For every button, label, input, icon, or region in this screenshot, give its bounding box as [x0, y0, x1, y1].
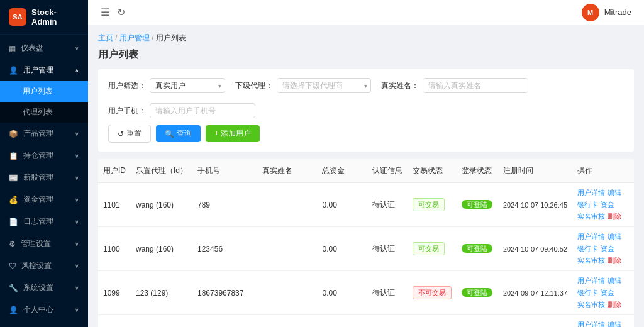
- news-icon: 📰: [9, 174, 18, 182]
- cell-real-name: [257, 271, 317, 315]
- action-资金[interactable]: 资金: [601, 244, 614, 253]
- reset-icon: ↺: [118, 130, 124, 138]
- cell-login-status: 可登陆: [457, 315, 498, 328]
- table-header: 用户ID 乐置代理（Id） 手机号 真实姓名 总资金 认证信息 交易状态 登录状…: [98, 159, 634, 183]
- action-编辑[interactable]: 编辑: [608, 188, 621, 197]
- col-reg-time: 注册时间: [498, 159, 572, 183]
- sidebar-item-news-mgmt[interactable]: 📰 新股管理 ∨: [0, 167, 88, 189]
- sidebar-item-dashboard[interactable]: ▦ 仪表盘 ∨: [0, 37, 88, 59]
- action-实名审核[interactable]: 实名审核: [577, 212, 605, 221]
- sidebar-item-log-mgmt[interactable]: 📄 日志管理 ∨: [0, 211, 88, 233]
- admin-settings-icon: ⚙: [9, 240, 16, 248]
- action-银行卡[interactable]: 银行卡: [577, 288, 598, 297]
- action-资金[interactable]: 资金: [601, 288, 614, 297]
- main-content: ☰ ↻ M Mitrade 主页 / 用户管理 / 用户列表 用户列表 用户筛选…: [88, 0, 644, 327]
- cell-agent: 123 (129): [131, 271, 192, 315]
- cell-auth-info: 待认证: [367, 271, 408, 315]
- log-icon: 📄: [9, 218, 18, 226]
- cell-real-name: [257, 227, 317, 271]
- username-label: Mitrade: [604, 8, 631, 17]
- action-用户详情[interactable]: 用户详情: [577, 320, 605, 327]
- cell-reg-time: 2024-09-07 07:00:41: [498, 315, 572, 328]
- sidebar-item-label: 产品管理: [23, 128, 53, 139]
- cell-auth-info: 待认证: [367, 227, 408, 271]
- menu-icon[interactable]: ☰: [101, 6, 109, 18]
- action-用户详情[interactable]: 用户详情: [577, 188, 605, 197]
- table-row: 1100wang (160)1234560.00待认证可交易可登陆2024-10…: [98, 227, 634, 271]
- sidebar-item-personal[interactable]: 👤 个人中心 ∨: [0, 299, 88, 321]
- sidebar-item-label: 系统设置: [23, 282, 53, 293]
- cell-user-id: 1100: [98, 227, 131, 271]
- agent-filter-label: 下级代理：: [235, 80, 273, 91]
- action-实名审核[interactable]: 实名审核: [577, 300, 605, 309]
- cell-real-name: [257, 183, 317, 227]
- action-资金[interactable]: 资金: [601, 200, 614, 209]
- action-用户详情[interactable]: 用户详情: [577, 232, 605, 241]
- sidebar-item-fund-mgmt[interactable]: 💰 资金管理 ∨: [0, 189, 88, 211]
- breadcrumb-home[interactable]: 主页: [98, 33, 113, 42]
- sidebar-sub-item-agent-list[interactable]: 代理列表: [0, 102, 88, 123]
- action-删除[interactable]: 删除: [608, 256, 621, 265]
- cell-user-id: 1098: [98, 315, 131, 328]
- sidebar-item-label: 仪表盘: [21, 43, 43, 53]
- cell-trade-status: 不可交易: [408, 271, 457, 315]
- breadcrumb-user-mgmt[interactable]: 用户管理: [119, 33, 150, 42]
- action-编辑[interactable]: 编辑: [608, 320, 621, 327]
- user-table: 用户ID 乐置代理（Id） 手机号 真实姓名 总资金 认证信息 交易状态 登录状…: [98, 159, 634, 327]
- real-name-input[interactable]: [423, 78, 528, 93]
- page-title: 用户列表: [98, 48, 634, 62]
- sidebar-sub-item-user-list[interactable]: 用户列表: [0, 81, 88, 102]
- sidebar-item-label: 资金管理: [23, 194, 53, 205]
- sidebar-item-sys-settings[interactable]: 🔧 系统设置 ∨: [0, 277, 88, 299]
- user-filter-select[interactable]: 真实用户: [150, 78, 225, 93]
- user-filter-select-wrapper: 真实用户: [150, 78, 225, 93]
- cell-trade-status: 可交易: [408, 183, 457, 227]
- chevron-icon: ∨: [75, 45, 79, 52]
- col-actions: 操作: [572, 159, 634, 183]
- sidebar-item-user-mgmt[interactable]: 👤 用户管理 ∧: [0, 59, 88, 81]
- phone-filter-item: 用户手机：: [108, 103, 255, 118]
- action-编辑[interactable]: 编辑: [608, 276, 621, 285]
- action-银行卡[interactable]: 银行卡: [577, 244, 598, 253]
- action-用户详情[interactable]: 用户详情: [577, 276, 605, 285]
- action-实名审核[interactable]: 实名审核: [577, 256, 605, 265]
- cell-agent: wang (160): [131, 227, 192, 271]
- cell-actions: 用户详情编辑银行卡资金实名审核删除: [572, 227, 634, 271]
- sidebar-item-product-mgmt[interactable]: 📦 产品管理 ∨: [0, 123, 88, 145]
- sidebar-item-label: 持仓管理: [23, 150, 53, 161]
- action-银行卡[interactable]: 银行卡: [577, 200, 598, 209]
- refresh-icon[interactable]: ↻: [117, 6, 125, 18]
- sidebar-item-admin-settings[interactable]: ⚙ 管理设置 ∨: [0, 233, 88, 255]
- personal-icon: 👤: [9, 306, 18, 314]
- cell-real-name: 123: [257, 315, 317, 328]
- btn-row: ↺ 重置 🔍 查询 + 添加用户: [108, 125, 624, 143]
- real-name-label: 真实姓名：: [381, 80, 419, 91]
- cell-trade-status: 不可交易: [408, 315, 457, 328]
- col-phone: 手机号: [192, 159, 257, 183]
- search-button[interactable]: 🔍 查询: [156, 125, 201, 142]
- table-body: 1101wang (160)7890.00待认证可交易可登陆2024-10-07…: [98, 183, 634, 328]
- action-编辑[interactable]: 编辑: [608, 232, 621, 241]
- cell-phone: 18673967837: [192, 271, 257, 315]
- breadcrumb-user-list: 用户列表: [156, 33, 186, 42]
- add-user-button[interactable]: + 添加用户: [206, 125, 260, 142]
- reset-button[interactable]: ↺ 重置: [108, 125, 151, 143]
- cell-phone: 789: [192, 183, 257, 227]
- sidebar-item-label: 管理设置: [21, 238, 51, 249]
- phone-input[interactable]: [150, 103, 255, 118]
- action-删除[interactable]: 删除: [608, 212, 621, 221]
- filter-row: 用户筛选： 真实用户 下级代理： 请选择下级代理商: [108, 78, 624, 118]
- cell-total-funds: 0.00: [317, 227, 367, 271]
- sidebar-item-label: 新股管理: [23, 172, 53, 183]
- agent-filter-select[interactable]: 请选择下级代理商: [277, 78, 371, 93]
- cell-actions: 用户详情编辑银行卡资金实名审核删除: [572, 183, 634, 227]
- cell-actions: 用户详情编辑银行卡资金实名审核删除: [572, 315, 634, 328]
- sidebar-item-risk-settings[interactable]: 🛡 风控设置 ∨: [0, 255, 88, 277]
- fund-icon: 💰: [9, 196, 18, 204]
- cell-login-status: 可登陆: [457, 227, 498, 271]
- action-删除[interactable]: 删除: [608, 300, 621, 309]
- cell-total-funds: 0.00: [317, 271, 367, 315]
- sidebar-item-loan-mgmt[interactable]: 🏦 贷款管理 ∨: [0, 321, 88, 327]
- sidebar-item-position-mgmt[interactable]: 📋 持仓管理 ∨: [0, 145, 88, 167]
- chevron-icon: ∨: [75, 285, 79, 291]
